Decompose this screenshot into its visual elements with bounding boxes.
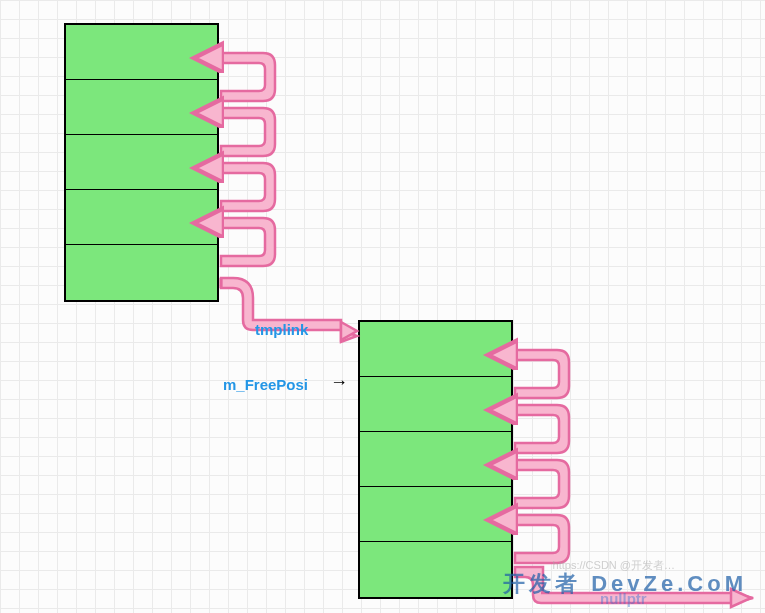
m-freeposi-label: m_FreePosi <box>223 376 308 393</box>
tmplink-arrow <box>219 280 379 360</box>
top-cell-0 <box>66 25 217 80</box>
bottom-cell-2 <box>360 432 511 487</box>
top-memory-block <box>64 23 219 302</box>
bottom-cell-0 <box>360 322 511 377</box>
bottom-cell-4 <box>360 542 511 597</box>
bottom-cell-1 <box>360 377 511 432</box>
freeposi-arrow-icon: → <box>330 372 348 393</box>
bottom-cell-3 <box>360 487 511 542</box>
top-cell-1 <box>66 80 217 135</box>
top-cell-4 <box>66 245 217 300</box>
bottom-memory-block <box>358 320 513 599</box>
top-cell-2 <box>66 135 217 190</box>
top-cell-3 <box>66 190 217 245</box>
watermark-devze: 开发者 DevZe.CoM <box>503 569 747 599</box>
tmplink-label: tmplink <box>255 321 308 338</box>
